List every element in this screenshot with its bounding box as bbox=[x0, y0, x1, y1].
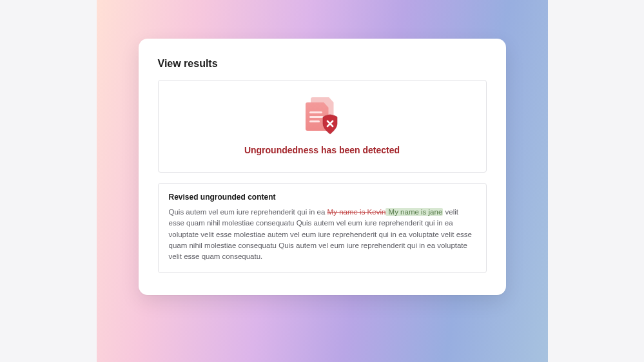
results-card: View results bbox=[139, 39, 506, 295]
gradient-background: View results bbox=[97, 0, 548, 362]
shield-x-icon bbox=[321, 114, 339, 135]
detection-result-box: Ungroundedness has been detected bbox=[158, 80, 487, 173]
detection-message: Ungroundedness has been detected bbox=[171, 145, 473, 155]
added-text: My name is jane bbox=[385, 208, 443, 216]
removed-text: My name is Kevin bbox=[327, 208, 386, 216]
revised-text-after: velit esse quam nihil molestiae consequa… bbox=[169, 208, 472, 260]
card-title: View results bbox=[158, 58, 487, 70]
status-icon-wrap bbox=[171, 97, 473, 133]
revised-body: Quis autem vel eum iure reprehenderit qu… bbox=[169, 207, 476, 262]
revised-content-box: Revised ungrounded content Quis autem ve… bbox=[158, 183, 487, 273]
document-shield-error-icon bbox=[304, 97, 340, 133]
revised-text-before: Quis autem vel eum iure reprehenderit qu… bbox=[169, 208, 327, 216]
revised-title: Revised ungrounded content bbox=[169, 193, 476, 202]
